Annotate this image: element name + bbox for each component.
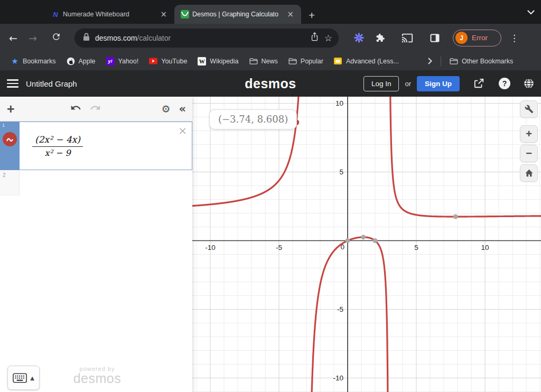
- point-of-interest[interactable]: [453, 214, 458, 219]
- expression-index: 1: [2, 123, 5, 128]
- avatar: J: [455, 32, 468, 44]
- wikipedia-icon: W: [198, 57, 206, 66]
- profile-status: Error: [472, 34, 488, 42]
- point-of-interest[interactable]: [373, 238, 378, 243]
- expression-gutter: 2: [0, 170, 20, 195]
- browser-window: N Numerade Whiteboard × Desmos | Graphin…: [0, 0, 541, 392]
- browser-toolbar: ← → desmos.com/calculator ☆ J: [0, 24, 541, 52]
- folder-icon: [450, 57, 458, 66]
- help-button[interactable]: ?: [499, 78, 510, 89]
- bookmark-wikipedia[interactable]: W Wikipedia: [198, 57, 238, 66]
- x-tick-label: 5: [414, 244, 418, 251]
- question-icon: ?: [499, 78, 510, 89]
- delete-expression-icon[interactable]: ×: [178, 125, 187, 136]
- signup-button[interactable]: Sign Up: [417, 76, 460, 91]
- graph-area[interactable]: -10-50510105-5-10 (−3.74, 8.608) + −: [192, 97, 541, 392]
- profile-chip[interactable]: J Error: [453, 30, 501, 46]
- main-content: + ⚙ « 1: [0, 97, 541, 392]
- extensions-puzzle-icon[interactable]: [369, 33, 390, 43]
- lock-icon[interactable]: [83, 33, 90, 43]
- keyboard-toggle-button[interactable]: ▲: [7, 366, 40, 390]
- expression-index: 2: [3, 172, 6, 178]
- main-menu-icon[interactable]: [7, 77, 18, 89]
- bookmark-folder-advanced[interactable]: Advanced (Less...: [334, 57, 399, 66]
- reload-button[interactable]: [50, 32, 62, 44]
- bookmark-star-icon[interactable]: ☆: [324, 33, 332, 43]
- tab-desmos[interactable]: Desmos | Graphing Calculato ×: [174, 5, 301, 24]
- tab-title: Desmos | Graphing Calculato: [192, 11, 282, 18]
- graph-title[interactable]: Untitled Graph: [26, 79, 77, 88]
- language-globe-icon[interactable]: [523, 78, 535, 89]
- forward-button[interactable]: →: [26, 32, 39, 44]
- desmos-header: Untitled Graph desmos Log In or Sign Up …: [0, 70, 541, 97]
- add-expression-button[interactable]: +: [7, 101, 15, 117]
- cast-icon[interactable]: [397, 32, 418, 44]
- powered-by-watermark: powered by desmos: [68, 366, 127, 386]
- point-of-interest[interactable]: [346, 238, 350, 243]
- url-host: desmos.com: [95, 34, 137, 42]
- close-tab-icon[interactable]: ×: [285, 10, 296, 19]
- bookmark-folder-popular[interactable]: Popular: [288, 57, 323, 66]
- share-icon[interactable]: [310, 32, 319, 44]
- divider: [441, 57, 441, 66]
- point-coordinates-label: (−3.74, 8.608): [209, 109, 297, 129]
- address-bar[interactable]: desmos.com/calculator ☆: [74, 29, 339, 48]
- keyboard-icon: [13, 373, 27, 383]
- bookmarks-overflow-chevron-icon[interactable]: [428, 58, 432, 64]
- browser-menu-icon[interactable]: ⋮: [510, 33, 519, 43]
- formula-denominator: x² − 9: [32, 147, 83, 158]
- numerade-favicon-icon: N: [51, 10, 60, 18]
- expression-formula: (2x² − 4x) x² − 9: [32, 134, 83, 158]
- expression-color-icon[interactable]: [3, 132, 17, 146]
- bookmark-yahoo[interactable]: y! Yahoo!: [106, 57, 139, 66]
- url-path: /calculator: [137, 34, 171, 42]
- collapse-panel-button[interactable]: «: [179, 102, 186, 115]
- expression-row-2[interactable]: 2: [0, 170, 192, 195]
- back-button[interactable]: ←: [7, 32, 20, 44]
- x-tick-label: -5: [276, 244, 282, 251]
- yahoo-icon: y!: [106, 57, 115, 66]
- folder-icon: [288, 57, 297, 66]
- desmos-favicon-icon: [181, 10, 189, 18]
- close-tab-icon[interactable]: ×: [158, 10, 169, 19]
- new-tab-button[interactable]: +: [309, 10, 315, 21]
- side-panel-icon[interactable]: [424, 33, 445, 43]
- x-tick-label: 10: [481, 244, 489, 251]
- y-tick-label: 5: [339, 168, 343, 176]
- redo-button[interactable]: [90, 103, 101, 115]
- star-icon: ★: [11, 57, 19, 66]
- expression-panel: + ⚙ « 1: [0, 97, 192, 392]
- graph-settings-button[interactable]: [520, 100, 538, 118]
- expression-gutter[interactable]: 1: [0, 122, 20, 170]
- zoom-in-button[interactable]: +: [520, 125, 538, 143]
- formula-numerator: (2x² − 4x): [32, 134, 83, 147]
- zoom-out-button[interactable]: −: [520, 145, 538, 162]
- watermark-line2: desmos: [68, 371, 127, 386]
- folder-icon: [249, 57, 258, 66]
- graph-controls: + −: [520, 100, 538, 182]
- extension-flower-icon[interactable]: [348, 32, 369, 43]
- x-tick-label: -10: [205, 244, 216, 251]
- bookmark-apple[interactable]: Apple: [67, 57, 96, 66]
- tab-search-chevron-icon[interactable]: [527, 7, 535, 17]
- other-bookmarks[interactable]: Other Bookmarks: [450, 57, 513, 66]
- expression-input[interactable]: (2x² − 4x) x² − 9 ×: [20, 122, 192, 170]
- bookmark-bookmarks[interactable]: ★ Bookmarks: [11, 57, 56, 66]
- bookmarks-bar: ★ Bookmarks Apple y! Yahoo! YouTube W Wi…: [0, 52, 541, 70]
- gear-icon[interactable]: ⚙: [161, 103, 170, 115]
- advanced-folder-icon: [334, 57, 342, 66]
- y-tick-label: 10: [335, 99, 343, 107]
- keyboard-expand-icon: ▲: [30, 375, 34, 381]
- graph-canvas[interactable]: -10-50510105-5-10: [192, 97, 541, 392]
- export-share-icon[interactable]: [473, 78, 485, 89]
- expression-row-1[interactable]: 1 (2x² − 4x) x² − 9 ×: [0, 122, 192, 170]
- login-button[interactable]: Log In: [363, 76, 399, 91]
- bookmark-youtube[interactable]: YouTube: [149, 57, 187, 66]
- point-of-interest[interactable]: [361, 235, 366, 239]
- undo-button[interactable]: [70, 103, 81, 115]
- home-button[interactable]: [520, 164, 538, 182]
- expression-toolbar: + ⚙ «: [0, 97, 192, 122]
- apple-icon: [67, 57, 75, 66]
- bookmark-folder-news[interactable]: News: [249, 57, 278, 66]
- tab-numerade[interactable]: N Numerade Whiteboard ×: [45, 5, 174, 24]
